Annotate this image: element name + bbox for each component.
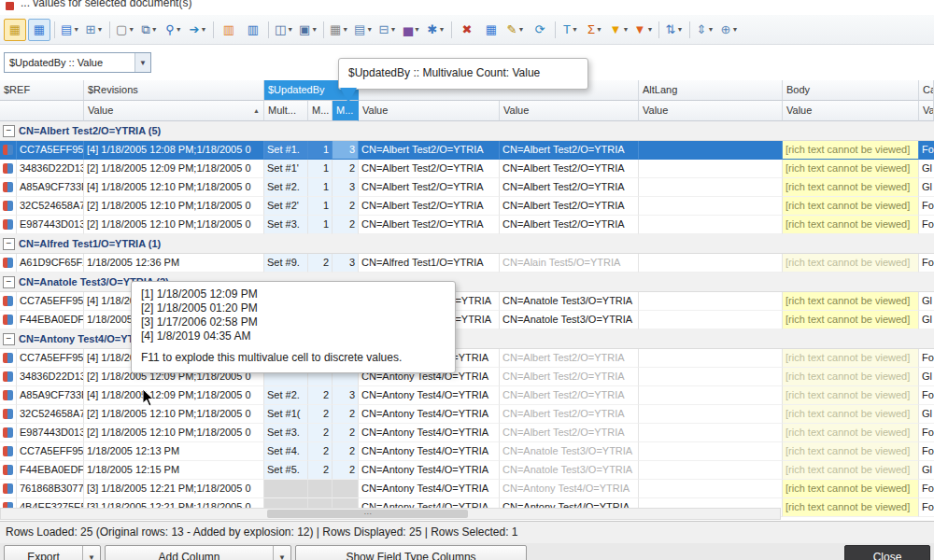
cell-multivalue-count[interactable]: 2: [333, 424, 359, 442]
cell-ref[interactable]: F44EBA0EDF4CA4: [17, 311, 84, 329]
cell-doc-icon[interactable]: [0, 311, 17, 329]
cell-doc-icon[interactable]: [0, 442, 17, 461]
cell-altlang[interactable]: [639, 442, 783, 461]
cell-multivalue-index[interactable]: 1: [308, 178, 333, 197]
field-selector-combobox[interactable]: $UpdatedBy :: Value ▼: [4, 52, 151, 73]
chart-orange-button[interactable]: ▥: [218, 19, 240, 41]
cell-extra[interactable]: Gl: [919, 461, 934, 480]
cell-multivalue-index[interactable]: 2: [308, 424, 333, 442]
cell-updatedby-value2[interactable]: CN=Albert Test2/O=YTRIA: [500, 197, 639, 216]
column-header-m-[interactable]: M...: [308, 101, 333, 121]
cell-updatedby-value[interactable]: CN=Albert Test2/O=YTRIA: [359, 141, 500, 160]
cell-body[interactable]: [rich text cannot be viewed]: [783, 461, 919, 480]
cell-altlang[interactable]: [639, 178, 783, 197]
table-row[interactable]: 761868B30778588[3] 1/18/2005 12:21 PM;1/…: [0, 480, 934, 498]
chevron-down-icon[interactable]: ▼: [273, 546, 290, 560]
cell-multivalue-set[interactable]: Set #5.: [264, 461, 308, 480]
refresh-button[interactable]: ⟳: [529, 19, 551, 41]
cell-doc-icon[interactable]: [0, 461, 17, 480]
cell-body[interactable]: [rich text cannot be viewed]: [783, 480, 919, 498]
column-header-value[interactable]: Value: [783, 101, 919, 121]
cell-multivalue-index[interactable]: 2: [308, 386, 333, 405]
cell-extra[interactable]: Fo: [919, 216, 934, 234]
cell-updatedby-value[interactable]: CN=Antony Test4/O=YTRIA: [359, 480, 500, 498]
cell-multivalue-index[interactable]: 2: [308, 461, 333, 480]
filter-clear-menu-button[interactable]: ▼▼: [632, 19, 655, 41]
cell-multivalue-index[interactable]: [308, 480, 333, 498]
cell-extra[interactable]: Gl: [919, 292, 934, 311]
cell-updatedby-value[interactable]: CN=Antony Test4/O=YTRIA: [359, 386, 500, 405]
column-header-ca[interactable]: Ca: [919, 80, 934, 101]
cell-multivalue-index[interactable]: 1: [308, 160, 333, 178]
cell-ref[interactable]: 32C524658A7398: [17, 197, 84, 216]
cell-multivalue-set[interactable]: Set #2': [264, 197, 308, 216]
fit-menu-button[interactable]: ⊕▼: [718, 19, 741, 41]
cell-ref[interactable]: A85A9CF733B44: [17, 178, 84, 197]
cell-altlang[interactable]: [639, 386, 783, 405]
cell-ref[interactable]: CC7A5EFF95E3B8: [17, 442, 84, 461]
cell-multivalue-count[interactable]: 3: [333, 141, 359, 160]
cell-updatedby-value2[interactable]: CN=Albert Test2/O=YTRIA: [500, 216, 639, 234]
cell-revisions[interactable]: [4] 1/18/2005 12:10 PM;1/18/2005 0: [84, 178, 264, 197]
settings-menu-button[interactable]: ✱▼: [425, 19, 447, 41]
cell-updatedby-value[interactable]: CN=Albert Test2/O=YTRIA: [359, 197, 500, 216]
cell-body[interactable]: [rich text cannot be viewed]: [783, 254, 919, 273]
row-height-menu-button[interactable]: ⇕▼: [694, 19, 716, 41]
cell-body[interactable]: [rich text cannot be viewed]: [783, 442, 919, 461]
cell-ref[interactable]: F44EBA0EDF4CA4: [17, 461, 84, 480]
cell-revisions[interactable]: [2] 1/18/2005 12:10 PM;1/18/2005 0: [84, 405, 264, 424]
cell-body[interactable]: [rich text cannot be viewed]: [783, 216, 919, 234]
column-header--revisions[interactable]: $Revisions: [84, 80, 264, 101]
copy-menu-button[interactable]: ⧉▼: [138, 19, 161, 41]
group-header[interactable]: −CN=Albert Test2/O=YTRIA (5): [0, 121, 934, 141]
cell-body[interactable]: [rich text cannot be viewed]: [783, 386, 919, 405]
cell-extra[interactable]: Fo: [919, 197, 934, 216]
column-header-va-[interactable]: Va...: [919, 101, 934, 121]
cell-ref[interactable]: A85A9CF733B44: [17, 386, 84, 405]
cell-ref[interactable]: E987443D013528: [17, 216, 84, 234]
cell-updatedby-value2[interactable]: CN=Anatole Test3/O=YTRIA: [500, 461, 639, 480]
cell-doc-icon[interactable]: [0, 216, 17, 234]
cell-extra[interactable]: Fo: [919, 498, 934, 517]
cell-extra[interactable]: Fo: [919, 141, 934, 160]
cell-ref[interactable]: 34836D22D1346B: [17, 160, 84, 178]
column-header-m-[interactable]: M...: [333, 101, 359, 121]
cell-altlang[interactable]: [639, 480, 783, 498]
table-view-button[interactable]: ▦: [480, 19, 502, 41]
cell-updatedby-value2[interactable]: CN=Albert Test2/O=YTRIA: [500, 178, 639, 197]
cell-updatedby-value2[interactable]: CN=Albert Test2/O=YTRIA: [500, 349, 639, 368]
cell-updatedby-value[interactable]: CN=Albert Test2/O=YTRIA: [359, 178, 500, 197]
cell-multivalue-index[interactable]: 2: [308, 254, 333, 273]
sum-menu-button[interactable]: Σ▼: [584, 19, 606, 41]
cell-extra[interactable]: Fo: [919, 349, 934, 368]
cell-extra[interactable]: Fo: [919, 386, 934, 405]
cell-multivalue-set[interactable]: Set #1': [264, 160, 308, 178]
view-values-button[interactable]: ▦: [4, 19, 26, 41]
chart-blue-button[interactable]: ▥: [242, 19, 264, 41]
cell-extra[interactable]: Fo: [919, 442, 934, 461]
cell-multivalue-index[interactable]: 2: [308, 442, 333, 461]
cell-multivalue-index[interactable]: 1: [308, 216, 333, 234]
cell-multivalue-set[interactable]: Set #2.: [264, 386, 308, 405]
cell-updatedby-value2[interactable]: CN=Anatole Test3/O=YTRIA: [500, 311, 639, 329]
table-row[interactable]: 32C524658A7398[2] 1/18/2005 12:10 PM;1/1…: [0, 405, 934, 424]
cell-extra[interactable]: Fo: [919, 254, 934, 273]
selection-menu-button[interactable]: ▢▼: [114, 19, 136, 41]
cell-ref[interactable]: CC7A5EFF95E3B8: [17, 141, 84, 160]
cell-extra[interactable]: Gl: [919, 178, 934, 197]
cell-doc-icon[interactable]: [0, 141, 17, 160]
cell-extra[interactable]: Gl: [919, 405, 934, 424]
cell-multivalue-count[interactable]: 2: [333, 442, 359, 461]
freeze-menu-button[interactable]: ▦▼: [328, 19, 350, 41]
chevron-down-icon[interactable]: ▼: [82, 546, 100, 560]
cell-multivalue-set[interactable]: Set #4.: [264, 442, 308, 461]
cell-multivalue-set[interactable]: Set #9.: [264, 254, 308, 273]
column-header-blank[interactable]: [0, 101, 84, 121]
column-header-value[interactable]: Value▲: [84, 101, 264, 121]
cell-body[interactable]: [rich text cannot be viewed]: [783, 405, 919, 424]
cell-updatedby-value2[interactable]: CN=Albert Test2/O=YTRIA: [500, 368, 639, 386]
collapse-icon[interactable]: −: [3, 125, 15, 137]
cell-doc-icon[interactable]: [0, 386, 17, 405]
cell-multivalue-set[interactable]: [264, 480, 308, 498]
cell-altlang[interactable]: [639, 216, 783, 234]
